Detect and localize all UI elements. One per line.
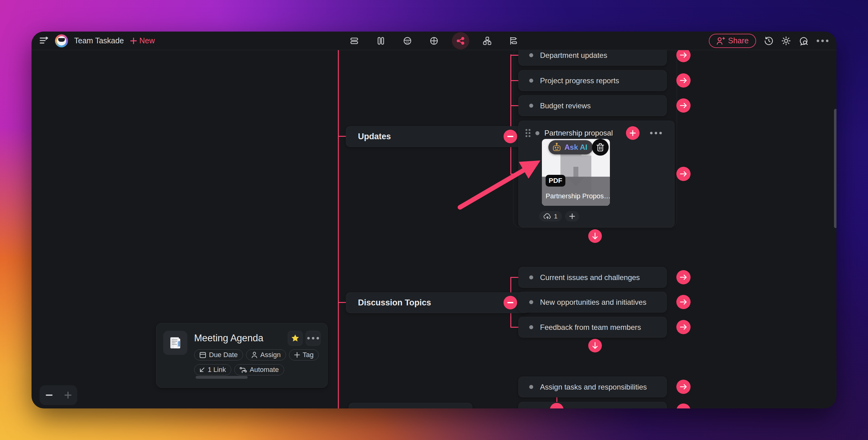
bullet-icon bbox=[529, 325, 533, 329]
assign-button[interactable]: Assign bbox=[246, 349, 286, 360]
node-updates[interactable]: Updates bbox=[346, 126, 529, 147]
automate-button[interactable]: Automate bbox=[234, 364, 284, 375]
open-node-arrow[interactable] bbox=[676, 50, 690, 62]
org-chart-view-icon[interactable] bbox=[478, 32, 496, 50]
connector-updates-children-trunk bbox=[510, 55, 511, 175]
board-view-icon[interactable] bbox=[372, 32, 390, 50]
node-assign-tasks[interactable]: Assign tasks and responsibilities bbox=[518, 377, 667, 397]
connector-elbow bbox=[510, 327, 519, 328]
calendar-icon bbox=[199, 352, 206, 358]
project-emoji-tile bbox=[163, 331, 187, 355]
connector-elbow bbox=[510, 174, 519, 175]
app-window: Team Taskade New bbox=[32, 32, 836, 408]
arrow-down-left-icon bbox=[199, 367, 205, 373]
add-tag-button[interactable]: Tag bbox=[289, 349, 319, 360]
links-button[interactable]: 1 Link bbox=[194, 364, 231, 375]
gantt-view-icon[interactable] bbox=[505, 32, 522, 50]
bullet-icon bbox=[529, 79, 533, 83]
upload-count-chip[interactable]: 1 bbox=[539, 211, 562, 222]
drag-handle-icon[interactable] bbox=[526, 129, 530, 137]
annotation-arrow bbox=[32, 50, 836, 408]
app-header: Team Taskade New bbox=[32, 32, 836, 50]
delete-attachment-button[interactable] bbox=[592, 139, 609, 156]
open-node-arrow[interactable] bbox=[676, 404, 690, 408]
progress-bar bbox=[196, 376, 248, 379]
zoom-out-button[interactable] bbox=[46, 394, 53, 396]
new-button[interactable]: New bbox=[130, 36, 155, 45]
open-node-arrow[interactable] bbox=[676, 380, 690, 394]
node-feedback[interactable]: Feedback from team members bbox=[518, 317, 667, 338]
open-node-arrow[interactable] bbox=[676, 74, 690, 88]
bullet-icon bbox=[529, 275, 533, 280]
open-node-arrow[interactable] bbox=[676, 270, 690, 284]
plus-icon bbox=[65, 392, 71, 399]
expand-down-button[interactable] bbox=[588, 229, 602, 243]
node-department-updates[interactable]: Department updates bbox=[518, 50, 667, 66]
ask-ai-button[interactable]: Ask AI bbox=[548, 140, 593, 154]
connector-main-trunk bbox=[338, 50, 339, 408]
expand-down-button[interactable] bbox=[588, 339, 602, 352]
add-child-button[interactable] bbox=[626, 126, 640, 140]
project-root-card[interactable]: Meeting Agenda Due Date bbox=[156, 323, 328, 388]
open-node-arrow[interactable] bbox=[676, 320, 690, 334]
minus-icon bbox=[46, 394, 53, 396]
star-icon bbox=[291, 334, 300, 343]
connector-elbow bbox=[510, 80, 519, 81]
connector-elbow bbox=[510, 105, 519, 106]
plus-icon bbox=[569, 213, 575, 219]
vertical-scrollbar[interactable] bbox=[834, 109, 836, 228]
calendar-view-icon[interactable] bbox=[399, 32, 416, 50]
collapse-button-discussion[interactable] bbox=[503, 296, 517, 310]
zoom-controls bbox=[39, 385, 77, 405]
person-plus-icon bbox=[716, 37, 725, 45]
automation-flow-icon bbox=[240, 367, 247, 373]
cloud-upload-icon bbox=[544, 213, 552, 219]
node-budget-reviews[interactable]: Budget reviews bbox=[518, 95, 667, 116]
node-partial-bottom-child[interactable] bbox=[518, 402, 667, 408]
plus-icon bbox=[294, 352, 300, 358]
bullet-icon bbox=[529, 385, 533, 389]
node-partnership-proposal[interactable]: Partnership proposal PDF Partnership Pro… bbox=[518, 121, 675, 228]
more-options-icon[interactable] bbox=[817, 39, 829, 42]
file-name: Partnership Propos… bbox=[546, 192, 610, 200]
zoom-in-button[interactable] bbox=[65, 392, 71, 399]
bullet-icon bbox=[529, 300, 533, 304]
settings-gear-icon[interactable] bbox=[781, 36, 791, 46]
trash-icon bbox=[596, 143, 604, 152]
file-type-badge: PDF bbox=[546, 175, 565, 186]
open-node-arrow[interactable] bbox=[676, 98, 690, 113]
open-node-arrow[interactable] bbox=[676, 295, 690, 309]
bullet-icon bbox=[529, 53, 533, 57]
robot-icon bbox=[552, 143, 561, 152]
mindmap-view-icon[interactable] bbox=[452, 32, 469, 50]
project-more-options-icon[interactable] bbox=[306, 331, 320, 346]
view-switcher bbox=[346, 32, 522, 50]
open-node-arrow[interactable] bbox=[676, 167, 690, 181]
plus-icon bbox=[130, 37, 137, 44]
add-attachment-chip[interactable] bbox=[565, 211, 579, 222]
node-current-issues[interactable]: Current issues and challenges bbox=[518, 267, 667, 288]
chat-search-icon[interactable] bbox=[799, 36, 809, 46]
due-date-button[interactable]: Due Date bbox=[194, 349, 243, 360]
favorite-star-button[interactable] bbox=[288, 331, 303, 346]
node-more-options-icon[interactable] bbox=[650, 132, 662, 134]
collapse-button-updates[interactable] bbox=[503, 130, 517, 143]
node-partial-bottom-parent[interactable] bbox=[349, 403, 472, 408]
table-view-icon[interactable] bbox=[425, 32, 443, 50]
connector-branch-discussion bbox=[338, 302, 346, 303]
bullet-icon bbox=[529, 104, 533, 108]
bullet-icon bbox=[535, 131, 539, 135]
connector-branch-updates bbox=[338, 136, 346, 137]
taskade-logo[interactable] bbox=[55, 34, 68, 47]
connector-elbow bbox=[510, 277, 519, 278]
history-icon[interactable] bbox=[764, 36, 773, 46]
project-title: Meeting Agenda bbox=[194, 333, 264, 344]
node-discussion-topics[interactable]: Discussion Topics bbox=[346, 292, 529, 313]
memo-document-icon bbox=[168, 335, 183, 350]
list-view-icon[interactable] bbox=[346, 32, 363, 50]
mindmap-canvas[interactable]: Updates Department updates Project progr… bbox=[32, 50, 836, 408]
sidebar-toggle-icon[interactable] bbox=[39, 37, 49, 45]
node-new-opportunities[interactable]: New opportunities and initiatives bbox=[518, 292, 667, 313]
node-project-progress[interactable]: Project progress reports bbox=[518, 70, 667, 91]
share-button[interactable]: Share bbox=[709, 34, 756, 48]
